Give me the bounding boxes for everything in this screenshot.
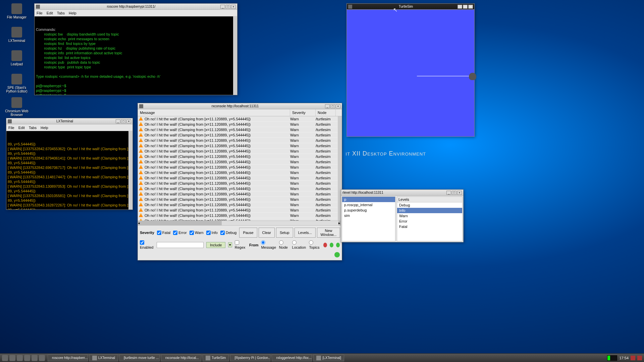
taskbar-button[interactable]: roscore http://raspberr... xyxy=(48,355,88,361)
taskbar-button[interactable]: [Rpsberrry Pi | Gordon... xyxy=(230,355,270,361)
log-row[interactable]: Oh no! I hit the wall! (Clamping from [x… xyxy=(138,143,342,148)
nodes-pane[interactable]: pp.roscpp_internalp.superdebugsim xyxy=(342,196,395,241)
levels-button[interactable]: Levels... xyxy=(294,228,316,238)
minimize-button[interactable]: _ xyxy=(325,104,330,108)
clock[interactable]: 17:54 xyxy=(619,356,629,360)
minimize-all-icon[interactable] xyxy=(24,355,30,361)
menu-help[interactable]: Help xyxy=(41,126,48,130)
node-item[interactable]: p xyxy=(342,197,395,202)
pause-button[interactable]: Pause xyxy=(239,228,257,238)
include-button[interactable]: Include xyxy=(206,242,225,248)
titlebar[interactable]: TurtleSim _ □ × xyxy=(347,4,474,10)
log-row[interactable]: Oh no! I hit the wall! (Clamping from [x… xyxy=(138,186,342,191)
turtle-canvas[interactable] xyxy=(347,10,474,136)
up-icon[interactable] xyxy=(336,243,340,247)
log-row[interactable]: Oh no! I hit the wall! (Clamping from [x… xyxy=(138,175,342,181)
add-icon[interactable] xyxy=(334,252,340,257)
menu-tabs[interactable]: Tabs xyxy=(29,126,37,130)
menu-file[interactable]: File xyxy=(37,11,43,15)
taskbar-button[interactable]: TurtleSim xyxy=(203,355,229,361)
menu-help[interactable]: Help xyxy=(69,11,76,15)
log-list[interactable]: Oh no! I hit the wall! (Clamping from [x… xyxy=(138,116,342,221)
workspace-icon[interactable] xyxy=(39,355,45,361)
scrollbar[interactable] xyxy=(128,131,132,209)
desktop-icon-terminal[interactable]: LXTerminal xyxy=(3,27,30,43)
node-item[interactable]: p.roscpp_internal xyxy=(342,202,395,207)
desktop-icon-python[interactable]: SPE (Stani's Python Editor) xyxy=(3,74,30,93)
titlebar[interactable]: LXTerminal _ □ × xyxy=(6,118,132,124)
log-row[interactable]: Oh no! I hit the wall! (Clamping from [x… xyxy=(138,218,342,221)
close-button[interactable]: × xyxy=(457,191,462,195)
minimize-button[interactable]: _ xyxy=(220,5,225,9)
maximize-button[interactable]: □ xyxy=(226,5,230,9)
new-window-button[interactable]: New Window... xyxy=(317,228,340,238)
titlebar[interactable]: rlevel http://localhost:11311 _ □ × xyxy=(341,190,463,196)
level-item[interactable]: Info xyxy=(397,208,462,213)
minimize-button[interactable]: _ xyxy=(116,119,120,123)
node-item[interactable]: sim xyxy=(342,213,395,218)
node-item[interactable]: p.superdebug xyxy=(342,207,395,213)
browser-icon[interactable] xyxy=(17,355,23,361)
log-row[interactable]: Oh no! I hit the wall! (Clamping from [x… xyxy=(138,159,342,165)
start-menu-icon[interactable] xyxy=(2,355,8,361)
log-row[interactable]: Oh no! I hit the wall! (Clamping from [x… xyxy=(138,154,342,159)
hscroll[interactable]: ◂ ▸ xyxy=(138,221,342,225)
menu-edit[interactable]: Edit xyxy=(18,126,25,130)
maximize-button[interactable]: □ xyxy=(452,191,457,195)
close-button[interactable]: × xyxy=(126,119,131,123)
log-row[interactable]: Oh no! I hit the wall! (Clamping from [x… xyxy=(138,197,342,202)
col-node[interactable]: Node xyxy=(316,109,336,116)
desktop-icon-chrome[interactable]: Chromium Web Browser xyxy=(3,97,30,117)
log-row[interactable]: Oh no! I hit the wall! (Clamping from [x… xyxy=(138,122,342,127)
menu-edit[interactable]: Edit xyxy=(47,11,53,15)
log-row[interactable]: Oh no! I hit the wall! (Clamping from [x… xyxy=(138,138,342,143)
log-row[interactable]: Oh no! I hit the wall! (Clamping from [x… xyxy=(138,207,342,213)
taskbar-button[interactable]: [LXTerminal] xyxy=(313,355,344,361)
desktop-icon-leaf[interactable]: Leafpad xyxy=(3,50,30,66)
rb-location[interactable]: Location xyxy=(292,240,307,249)
log-row[interactable]: Oh no! I hit the wall! (Clamping from [x… xyxy=(138,132,342,138)
col-severity[interactable]: Severity xyxy=(290,109,316,116)
add-filter-icon[interactable] xyxy=(330,243,333,247)
remove-filter-icon[interactable] xyxy=(323,243,327,247)
chk-fatal[interactable]: Fatal xyxy=(157,231,170,235)
log-row[interactable]: Oh no! I hit the wall! (Clamping from [x… xyxy=(138,181,342,186)
terminal-output[interactable]: 89, y=5.544445])[ WARN] [1337532842.6704… xyxy=(6,131,132,209)
setup-button[interactable]: Setup xyxy=(276,228,293,238)
maximize-button[interactable]: □ xyxy=(121,119,126,123)
cpu-monitor-icon[interactable] xyxy=(607,355,617,361)
close-button[interactable]: × xyxy=(468,5,473,9)
log-row[interactable]: Oh no! I hit the wall! (Clamping from [x… xyxy=(138,148,342,154)
workspace-icon[interactable] xyxy=(32,355,38,361)
level-item[interactable]: Debug xyxy=(397,202,462,208)
taskbar-button[interactable]: rxloggerlevel http://loc... xyxy=(272,355,312,361)
rb-topics[interactable]: Topics xyxy=(309,240,321,249)
chk-warn[interactable]: Warn xyxy=(190,231,204,235)
log-row[interactable]: Oh no! I hit the wall! (Clamping from [x… xyxy=(138,165,342,170)
level-item[interactable]: Fatal xyxy=(397,224,462,229)
titlebar[interactable]: rxconsole http://localhost:11311 _ □ × xyxy=(138,103,342,109)
maximize-button[interactable]: □ xyxy=(463,5,468,9)
desktop-icon-folder[interactable]: File Manager xyxy=(3,3,30,19)
chk-debug[interactable]: Debug xyxy=(220,231,236,235)
scrollbar[interactable] xyxy=(233,16,237,95)
menu-tabs[interactable]: Tabs xyxy=(57,11,65,15)
file-manager-icon[interactable] xyxy=(9,355,15,361)
chk-info[interactable]: Info xyxy=(206,231,218,235)
level-item[interactable]: Error xyxy=(397,219,462,224)
taskbar-button[interactable]: LXTerminal xyxy=(89,355,118,361)
rb-node[interactable]: Node xyxy=(279,240,289,249)
titlebar[interactable]: roscore http://raspberrypi:11311/ _ □ × xyxy=(35,4,237,10)
log-row[interactable]: Oh no! I hit the wall! (Clamping from [x… xyxy=(138,170,342,175)
chk-enabled[interactable]: Enabled xyxy=(140,240,154,249)
taskbar-button[interactable]: [turtlesim move turtle ... xyxy=(119,355,160,361)
volume-icon[interactable] xyxy=(631,356,635,360)
close-button[interactable]: × xyxy=(336,104,340,108)
rb-message[interactable]: Message xyxy=(261,240,276,249)
log-row[interactable]: Oh no! I hit the wall! (Clamping from [x… xyxy=(138,116,342,122)
taskbar-button[interactable]: rxconsole http://local... xyxy=(161,355,201,361)
log-row[interactable]: Oh no! I hit the wall! (Clamping from [x… xyxy=(138,202,342,207)
include-dropdown[interactable]: ▾ xyxy=(228,242,232,247)
logout-icon[interactable] xyxy=(637,356,642,360)
col-message[interactable]: Message xyxy=(138,109,290,116)
